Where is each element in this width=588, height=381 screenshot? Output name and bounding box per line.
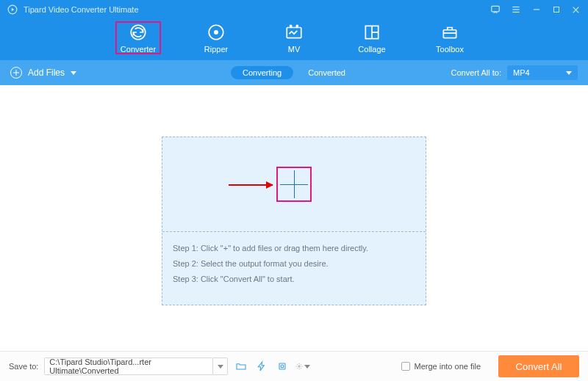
nav-label: Converter: [116, 45, 160, 54]
nav-collage[interactable]: Collage: [350, 22, 394, 54]
save-to-label: Save to:: [9, 362, 38, 371]
close-icon[interactable]: [571, 5, 581, 15]
chevron-down-icon: [304, 365, 310, 369]
mv-icon: [284, 23, 304, 42]
chevron-down-icon: [218, 365, 223, 369]
drop-zone[interactable]: Step 1: Click "+" to add files or drag t…: [162, 137, 426, 305]
toolbox-icon: [440, 23, 459, 42]
nav-mv[interactable]: MV: [272, 22, 316, 54]
converter-icon: [129, 23, 148, 42]
open-folder-button[interactable]: [234, 359, 248, 374]
chevron-down-icon: [71, 71, 76, 75]
svg-rect-12: [287, 28, 301, 38]
svg-point-13: [290, 25, 292, 26]
svg-point-22: [298, 366, 301, 368]
maximize-icon[interactable]: [552, 5, 561, 14]
step-2: Step 2: Select the output format you des…: [173, 256, 415, 272]
settings-button[interactable]: [295, 359, 310, 374]
nav-label: Collage: [350, 45, 394, 54]
app-logo-icon: [7, 4, 18, 15]
ripper-icon: [207, 23, 226, 42]
svg-rect-18: [443, 30, 456, 38]
bottom-bar: Save to: C:\Tipard Studio\Tipard...rter …: [0, 351, 588, 381]
svg-rect-6: [554, 7, 559, 12]
main-nav: Converter Ripper MV Collage Toolbox: [0, 19, 588, 60]
workspace: Step 1: Click "+" to add files or drag t…: [0, 85, 588, 351]
feedback-icon[interactable]: [490, 4, 501, 15]
format-select[interactable]: MP4: [507, 65, 578, 80]
chip-icon: [276, 360, 288, 372]
merge-label: Merge into one file: [415, 362, 481, 371]
gpu-button[interactable]: [275, 359, 290, 374]
svg-rect-20: [279, 363, 285, 369]
save-path-dropdown[interactable]: [213, 358, 228, 375]
add-file-plus-button[interactable]: [276, 167, 312, 202]
step-3: Step 3: Click "Convert All" to start.: [173, 272, 415, 287]
nav-toolbox[interactable]: Toolbox: [428, 22, 472, 54]
status-segmented: Converting Converted: [231, 66, 357, 79]
nav-converter[interactable]: Converter: [116, 22, 160, 54]
add-files-label: Add Files: [28, 68, 65, 78]
convert-all-to-label: Convert All to:: [451, 68, 501, 77]
plus-circle-icon: [10, 67, 22, 79]
collage-icon: [362, 23, 381, 42]
chevron-down-icon: [566, 71, 572, 75]
sub-toolbar: Add Files Converting Converted Convert A…: [0, 60, 588, 85]
titlebar: Tipard Video Converter Ultimate: [0, 0, 588, 19]
add-files-button[interactable]: Add Files: [10, 67, 76, 79]
app-title: Tipard Video Converter Ultimate: [24, 5, 139, 14]
folder-icon: [235, 360, 247, 372]
minimize-icon[interactable]: [531, 4, 542, 15]
format-value: MP4: [513, 68, 530, 77]
nav-label: Toolbox: [428, 45, 472, 54]
instruction-steps: Step 1: Click "+" to add files or drag t…: [162, 232, 426, 296]
svg-rect-1: [492, 6, 500, 12]
svg-point-21: [281, 365, 284, 368]
hw-accel-button[interactable]: [254, 359, 269, 374]
gear-icon: [295, 360, 303, 372]
menu-icon[interactable]: [511, 4, 521, 15]
step-1: Step 1: Click "+" to add files or drag t…: [173, 241, 415, 256]
convert-all-button[interactable]: Convert All: [498, 355, 579, 377]
save-path-field[interactable]: C:\Tipard Studio\Tipard...rter Ultimate\…: [44, 358, 213, 375]
lightning-off-icon: [256, 360, 268, 372]
seg-converted[interactable]: Converted: [296, 66, 357, 79]
plus-icon: [280, 184, 308, 185]
merge-checkbox[interactable]: Merge into one file: [401, 362, 481, 371]
svg-point-14: [296, 25, 298, 26]
save-path-value: C:\Tipard Studio\Tipard...rter Ultimate\…: [49, 358, 208, 375]
nav-label: MV: [272, 45, 316, 54]
nav-label: Ripper: [194, 45, 238, 54]
annotation-arrow: [229, 184, 273, 186]
checkbox-icon: [401, 362, 410, 371]
nav-ripper[interactable]: Ripper: [194, 22, 238, 54]
svg-point-11: [215, 31, 218, 34]
seg-converting[interactable]: Converting: [231, 66, 293, 79]
